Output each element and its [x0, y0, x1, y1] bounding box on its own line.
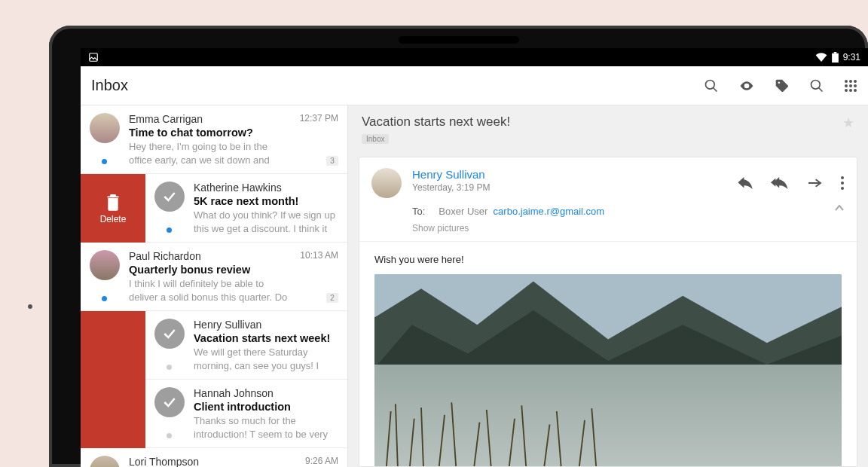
svg-line-38: [591, 408, 596, 466]
appbar: Inbox: [81, 66, 868, 105]
subject-label: Quarterly bonus review: [129, 264, 289, 276]
more-icon[interactable]: [840, 176, 845, 191]
swipe-delete-label: Delete: [100, 214, 127, 224]
preview-label: Thanks so much for the introduction! T s…: [194, 414, 338, 440]
photo-foreground: [374, 382, 608, 466]
svg-rect-1: [832, 53, 839, 63]
time-label: 10:13 AM: [300, 250, 338, 261]
svg-point-7: [811, 80, 821, 89]
svg-point-3: [706, 80, 715, 89]
svg-line-31: [474, 423, 480, 466]
sender-label: Henry Sullivan: [194, 319, 261, 331]
svg-point-10: [849, 80, 852, 83]
trash-icon: [105, 193, 121, 211]
reply-icon[interactable]: [738, 177, 753, 189]
svg-line-26: [396, 404, 398, 466]
svg-line-32: [487, 410, 491, 466]
svg-line-36: [557, 411, 561, 466]
reply-all-icon[interactable]: [771, 177, 789, 189]
appbar-actions: [704, 78, 857, 93]
subject-label: Time to chat tomorrow?: [129, 127, 289, 139]
svg-point-20: [841, 182, 844, 185]
swipe-delete-action[interactable]: [81, 311, 145, 380]
avatar-checked[interactable]: [154, 319, 185, 349]
count-badge: 3: [326, 156, 338, 166]
collapse-icon[interactable]: [834, 204, 845, 212]
subject-label: Vacation starts next week!: [194, 332, 338, 344]
svg-line-30: [451, 402, 456, 466]
appbar-title: Inbox: [91, 77, 128, 94]
avatar: [90, 456, 120, 467]
body-text: Wish you were here!: [374, 254, 842, 265]
svg-line-37: [579, 420, 585, 466]
from-name[interactable]: Henry Sullivan: [412, 168, 738, 181]
unread-dot: [167, 227, 172, 233]
message-card: Henry Sullivan Yesterday, 3:19 PM: [359, 157, 857, 467]
list-item[interactable]: Henry Sullivan Vacation starts next week…: [145, 311, 347, 380]
tablet-camera: [399, 36, 519, 44]
content: Emma Carrigan Time to chat tomorrow? Hey…: [81, 105, 868, 467]
subject-label: Client introduction: [194, 401, 338, 413]
check-icon: [162, 189, 177, 204]
avatar: [90, 250, 120, 280]
svg-point-17: [854, 89, 857, 92]
eye-icon[interactable]: [738, 78, 755, 93]
svg-line-29: [439, 415, 445, 466]
picture-icon: [88, 52, 99, 63]
wifi-icon: [815, 53, 827, 62]
svg-line-34: [521, 405, 526, 466]
check-icon: [162, 395, 177, 410]
forward-icon[interactable]: [807, 177, 822, 189]
svg-point-5: [745, 84, 747, 87]
apps-grid-icon[interactable]: [844, 79, 857, 93]
list-item[interactable]: Hannah Johnson Client introduction Thank…: [145, 380, 347, 448]
svg-point-19: [841, 176, 844, 179]
avatar-checked[interactable]: [154, 182, 185, 212]
svg-line-25: [387, 411, 391, 466]
avatar-checked[interactable]: [154, 387, 185, 417]
list-item[interactable]: Katherine Hawkins 5K race next month! Wh…: [145, 174, 347, 243]
screen: 9:31 Inbox: [81, 48, 868, 467]
tablet-sensor-dot: [28, 304, 32, 309]
preview-label: I think I will definitely be able to del…: [129, 277, 289, 303]
search-icon[interactable]: [704, 78, 719, 93]
list-item[interactable]: Emma Carrigan Time to chat tomorrow? Hey…: [81, 105, 347, 174]
svg-line-35: [544, 425, 550, 466]
avatar: [90, 113, 120, 143]
check-icon: [162, 326, 177, 341]
subject-label: 5K race next month!: [194, 195, 338, 207]
to-email[interactable]: carbo.jaime.r@gmail.com: [494, 206, 605, 217]
email-list[interactable]: Emma Carrigan Time to chat tomorrow? Hey…: [81, 105, 348, 467]
preview-label: What do you think? If we sign up this we…: [194, 209, 338, 234]
unread-dot: [167, 365, 172, 370]
tag-icon[interactable]: [775, 78, 790, 93]
swipe-delete-action[interactable]: Delete: [81, 174, 145, 243]
sender-label: Hannah Johnson: [194, 387, 274, 399]
svg-point-9: [845, 80, 848, 83]
unread-dot: [102, 159, 107, 164]
unread-dot: [102, 296, 107, 301]
show-pictures-link[interactable]: Show pictures: [359, 223, 857, 242]
search-icon-2[interactable]: [809, 78, 824, 93]
tablet-frame: 9:31 Inbox: [49, 26, 868, 467]
message-body: Wish you were here!: [359, 242, 857, 466]
attached-photo[interactable]: [374, 274, 842, 466]
svg-point-16: [849, 89, 852, 92]
sender-label: Katherine Hawkins: [194, 182, 282, 194]
message-date: Yesterday, 3:19 PM: [412, 182, 738, 193]
list-item[interactable]: Lori Thompson Team Happy Hour Hey everyo…: [81, 448, 347, 467]
statusbar: 9:31: [81, 48, 868, 66]
to-name: Boxer User: [439, 206, 487, 217]
star-icon[interactable]: ★: [842, 114, 854, 131]
list-item[interactable]: Paul Richardon Quarterly bonus review I …: [81, 243, 347, 311]
sender-label: Paul Richardon: [129, 250, 201, 262]
svg-point-11: [854, 80, 857, 83]
svg-line-33: [509, 419, 515, 466]
folder-label-chip[interactable]: Inbox: [362, 134, 389, 144]
detail-subject: Vacation starts next week!: [362, 114, 510, 130]
svg-rect-2: [833, 52, 836, 53]
svg-point-14: [854, 84, 857, 87]
swipe-delete-action[interactable]: [81, 380, 145, 448]
svg-rect-0: [90, 53, 98, 62]
time-label: 12:37 PM: [300, 113, 338, 124]
